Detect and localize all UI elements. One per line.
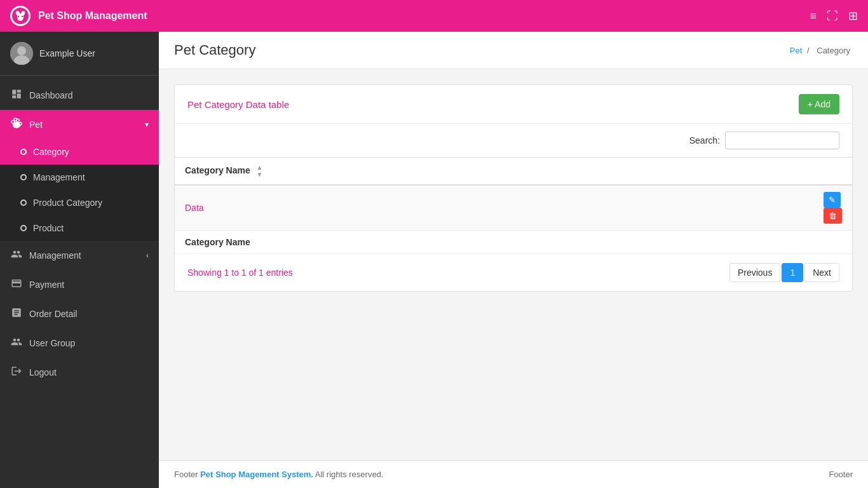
navbar-left: Pet Shop Management [10,6,147,26]
table-body: Data ✎ 🗑 [175,185,852,231]
svg-point-3 [17,13,24,21]
sidebar-username: Example User [39,48,95,58]
table-row: Data ✎ 🗑 [175,185,852,231]
fullscreen-icon[interactable]: ⛶ [827,10,838,23]
logout-icon [10,365,23,379]
svg-point-4 [18,16,19,17]
showing-prefix: Showing [187,268,224,278]
pagination-bar: Showing 1 to 1 of 1 entries Previous 1 N… [175,254,852,291]
sidebar-nav: Dashboard Pet ▾ Category Management [0,76,159,488]
sidebar-label-product: Product [33,223,64,233]
pagination: Previous 1 Next [729,263,839,282]
sidebar: Example User Dashboard Pet ▾ [0,32,159,488]
breadcrumb-separator: / [807,46,810,55]
sidebar-item-product-category[interactable]: Product Category [0,190,159,215]
dot-icon-product-category [20,200,27,206]
page-1-button[interactable]: 1 [782,263,803,282]
showing-total: 1 [259,268,264,278]
search-input[interactable] [725,132,839,149]
navbar: Pet Shop Management ≡ ⛶ ⊞ [0,0,868,32]
app-brand: Pet Shop Management [38,10,147,22]
sidebar-label-order-detail: Order Detail [29,309,77,319]
showing-mid: of [247,268,259,278]
sidebar-label-logout: Logout [29,367,57,377]
chevron-left-icon: ‹ [146,251,149,260]
showing-range: 1 to 1 [224,268,247,278]
dot-icon-product [20,225,27,231]
breadcrumb-parent[interactable]: Pet [790,46,803,55]
footer-cell-actions [801,231,852,254]
table-header-row: Category Name ▲ ▼ [175,158,852,186]
footer-cell-category-name: Category Name [175,231,801,254]
content-header: Pet Category Pet / Category [159,32,868,69]
col-category-name[interactable]: Category Name ▲ ▼ [175,158,801,186]
footer-right: Footer [829,470,853,479]
chevron-down-icon: ▾ [145,120,149,129]
navbar-right: ≡ ⛶ ⊞ [810,9,858,23]
search-bar: Search: [175,124,852,157]
app-logo [10,6,31,26]
sort-icons: ▲ ▼ [257,164,263,178]
breadcrumb-current: Category [817,46,850,55]
showing-text: Showing 1 to 1 of 1 entries [187,268,293,278]
col-actions [801,158,852,186]
sidebar-label-pet: Pet [29,119,43,130]
sidebar-label-product-category: Product Category [33,198,102,208]
content-body: Pet Category Data table + Add Search: Ca… [159,69,868,460]
card-header: Pet Category Data table + Add [175,85,852,124]
sidebar-item-dashboard[interactable]: Dashboard [0,81,159,110]
sidebar-label-dashboard: Dashboard [29,90,73,100]
dot-icon-management [20,174,27,180]
sidebar-label-category: Category [33,147,69,157]
payment-icon [10,278,23,292]
next-button[interactable]: Next [804,263,839,282]
sidebar-item-category[interactable]: Category [0,139,159,165]
dot-icon-category [20,149,27,155]
sidebar-item-product[interactable]: Product [0,215,159,241]
sidebar-item-payment[interactable]: Payment [0,270,159,299]
sidebar-label-management2: Management [29,250,81,261]
delete-button[interactable]: 🗑 [824,208,842,224]
footer-left-text: Footer [174,470,200,479]
order-icon [10,307,23,321]
svg-point-5 [22,16,23,17]
edit-button[interactable]: ✎ [824,192,841,208]
showing-suffix: entries [264,268,293,278]
sort-desc-icon: ▼ [257,171,263,178]
sidebar-user: Example User [0,32,159,76]
sort-asc-icon: ▲ [257,164,263,171]
svg-point-7 [17,46,26,55]
sidebar-item-management[interactable]: Management [0,165,159,190]
add-button[interactable]: + Add [799,94,839,114]
cell-actions: ✎ 🗑 [801,185,852,231]
cell-category-name: Data [175,185,801,231]
user-group-icon [10,336,23,350]
footer: Footer Pet Shop Magement System. All rig… [159,460,868,488]
previous-button[interactable]: Previous [729,263,780,282]
grid-icon[interactable]: ⊞ [848,9,858,23]
collapse-icon[interactable]: ≡ [810,10,817,23]
sidebar-item-logout[interactable]: Logout [0,358,159,387]
sidebar-item-management2[interactable]: Management ‹ [0,241,159,270]
sidebar-item-user-group[interactable]: User Group [0,329,159,358]
table-footer-row: Category Name [175,231,852,254]
footer-right-text: All rights reserved. [313,470,384,479]
breadcrumb: Pet / Category [790,46,853,55]
data-table: Category Name ▲ ▼ Data [175,157,852,254]
sidebar-label-user-group: User Group [29,338,75,348]
sidebar-label-management: Management [33,172,85,182]
avatar [10,42,33,65]
sidebar-item-order-detail[interactable]: Order Detail [0,299,159,329]
sidebar-item-pet[interactable]: Pet ▾ [0,110,159,139]
pet-icon [10,118,23,132]
sidebar-label-payment: Payment [29,280,64,290]
dashboard-icon [10,88,23,102]
content: Pet Category Pet / Category Pet Category… [159,32,868,488]
data-card: Pet Category Data table + Add Search: Ca… [174,85,853,292]
footer-left: Footer Pet Shop Magement System. All rig… [174,470,383,479]
page-title: Pet Category [174,42,255,58]
footer-brand[interactable]: Pet Shop Magement System. [200,470,313,479]
sidebar-sub-pet: Category Management Product Category Pro… [0,139,159,241]
search-label: Search: [689,135,720,146]
main-wrapper: Example User Dashboard Pet ▾ [0,32,868,488]
